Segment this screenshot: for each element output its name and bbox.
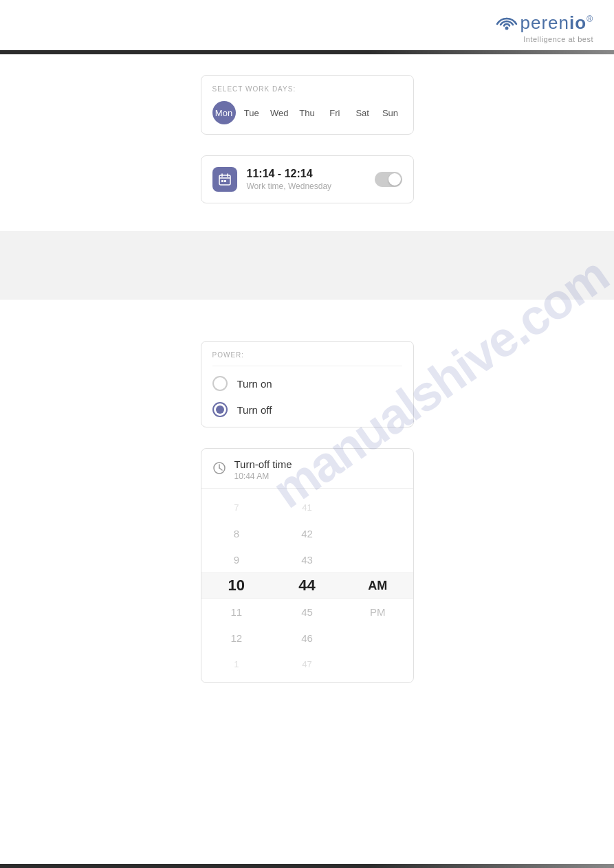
radio-text-turn-off: Turn off [237,404,272,416]
radio-option-turn-on[interactable]: Turn on [212,376,402,391]
schedule-icon [212,167,237,192]
time-picker-divider [201,488,413,489]
main-content: SELECT WORK DAYS: Mon Tue Wed Thu Fri Sa… [0,54,614,731]
logo-name: perenio® [520,12,593,34]
workdays-label: SELECT WORK DAYS: [212,85,402,93]
ampm-blank5 [342,651,413,677]
logo-tagline: Intelligence at best [523,35,593,43]
hour-12[interactable]: 12 [201,625,272,651]
radio-circle-turn-off [212,402,228,417]
minute-47[interactable]: 47 [272,651,342,677]
power-label: POWER: [212,351,402,366]
day-button-sun[interactable]: Sun [378,101,402,124]
svg-rect-5 [221,180,223,182]
toggle-switch[interactable] [375,172,402,187]
hour-11[interactable]: 11 [201,599,272,625]
hour-7[interactable]: 7 [201,494,272,520]
day-button-sat[interactable]: Sat [351,101,374,124]
minute-43[interactable]: 43 [272,546,342,572]
day-button-thu[interactable]: Thu [295,101,318,124]
radio-circle-turn-on [212,376,228,391]
hours-column[interactable]: 7 8 9 10 11 12 1 [201,494,272,677]
minute-44[interactable]: 44 [272,572,342,599]
clock-icon [212,461,226,478]
time-card-title: Turn-off time [234,458,292,470]
day-button-mon[interactable]: Mon [212,101,236,124]
days-row: Mon Tue Wed Thu Fri Sat Sun [212,101,402,124]
hour-1[interactable]: 1 [201,651,272,677]
minute-42[interactable]: 42 [272,520,342,546]
power-card: POWER: Turn on Turn off [201,341,414,427]
time-card-header: Turn-off time 10:44 AM [201,449,413,488]
calendar-icon [218,173,232,186]
time-picker-card: Turn-off time 10:44 AM 7 8 9 10 11 12 1 … [201,448,414,683]
time-picker-body: 7 8 9 10 11 12 1 41 42 43 44 45 46 47 [201,494,413,682]
ampm-am[interactable]: AM [342,572,413,599]
minutes-column[interactable]: 41 42 43 44 45 46 47 [272,494,342,677]
time-card-subtitle: 10:44 AM [234,471,292,481]
minute-46[interactable]: 46 [272,625,342,651]
svg-point-0 [505,26,508,30]
hour-10[interactable]: 10 [201,572,272,599]
hour-8[interactable]: 8 [201,520,272,546]
ampm-blank1 [342,494,413,520]
ampm-blank3 [342,546,413,572]
header: perenio® Intelligence at best [0,0,614,50]
minute-45[interactable]: 45 [272,599,342,625]
time-card-title-area: Turn-off time 10:44 AM [234,458,292,481]
hour-9[interactable]: 9 [201,546,272,572]
minute-41[interactable]: 41 [272,494,342,520]
schedule-info: 11:14 - 12:14 Work time, Wednesday [247,168,375,191]
bottom-divider [0,864,614,868]
radio-option-turn-off[interactable]: Turn off [212,402,402,417]
svg-rect-6 [224,180,226,182]
workdays-card: SELECT WORK DAYS: Mon Tue Wed Thu Fri Sa… [201,75,414,135]
schedule-card: 11:14 - 12:14 Work time, Wednesday [201,155,414,203]
ampm-column[interactable]: AM PM [342,494,413,677]
schedule-time: 11:14 - 12:14 [247,168,375,180]
gray-section [0,231,614,300]
wifi-logo-icon [496,14,518,31]
schedule-desc: Work time, Wednesday [247,181,375,191]
day-button-fri[interactable]: Fri [323,101,347,124]
ampm-blank2 [342,520,413,546]
day-button-wed[interactable]: Wed [267,101,291,124]
ampm-blank4 [342,625,413,651]
ampm-pm[interactable]: PM [342,599,413,625]
logo: perenio® Intelligence at best [496,12,593,43]
radio-text-turn-on: Turn on [237,378,272,390]
svg-line-9 [219,468,222,470]
day-button-tue[interactable]: Tue [240,101,263,124]
